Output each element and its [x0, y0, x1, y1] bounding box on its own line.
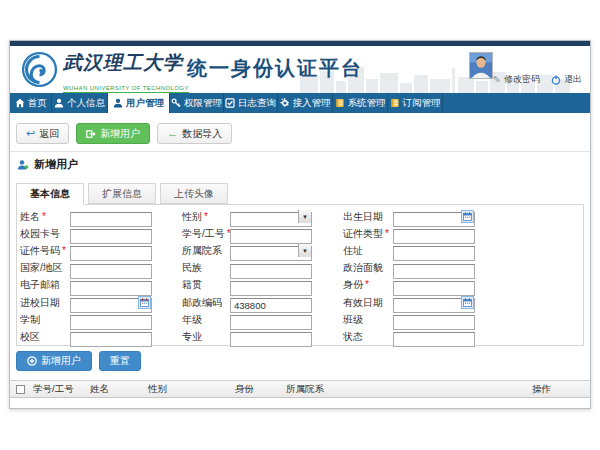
tab-basic-info[interactable]: 基本信息	[16, 183, 84, 205]
add-user-toolbar-button[interactable]: 新增用户	[76, 123, 150, 144]
import-arrow-icon: ←	[167, 128, 178, 139]
university-name-block: 武汉理工大学 WUHAN UNIVERSITY OF TECHNOLOGY	[63, 50, 189, 93]
required-asterisk: *	[385, 228, 389, 239]
country-label: 国家/地区	[20, 261, 70, 275]
political-status-field	[393, 261, 475, 276]
user-avatar[interactable]	[469, 52, 493, 79]
data-import-button[interactable]: ← 数据导入	[157, 123, 232, 144]
pencil-icon: ✎	[493, 74, 501, 85]
reset-label: 重置	[110, 354, 130, 368]
table-header-row: 学号/工号姓名性别身份所属院系操作	[10, 380, 590, 398]
email-field	[70, 278, 152, 293]
political-status-label: 政治面貌	[343, 261, 393, 275]
address-input[interactable]	[393, 246, 475, 261]
nav-tab-home[interactable]: 首页	[10, 93, 52, 113]
email-label: 电子邮箱	[20, 278, 70, 292]
political-status-input[interactable]	[393, 264, 475, 279]
dropdown-arrow-icon[interactable]: ▼	[298, 210, 311, 223]
student-id-input[interactable]	[230, 229, 312, 244]
required-asterisk: *	[42, 211, 46, 222]
add-user-toolbar-label: 新增用户	[100, 127, 140, 141]
user-icon	[54, 98, 64, 108]
postal-code-label: 邮政编码	[182, 296, 230, 310]
toolbar-divider	[10, 151, 590, 152]
select-all-checkbox[interactable]	[16, 385, 25, 394]
nav-tab-subscription-mgmt[interactable]: 订阅管理	[388, 93, 443, 113]
main-nav: 首页个人信息用户管理权限管理日志查询接入管理系统管理订阅管理	[10, 93, 590, 113]
table-column-header: 学号/工号	[31, 383, 88, 396]
name-label: 姓名*	[20, 210, 70, 224]
nav-tab-system-mgmt[interactable]: 系统管理	[333, 93, 388, 113]
submit-add-user-button[interactable]: 新增用户	[16, 351, 92, 371]
grade-input[interactable]	[230, 315, 312, 330]
ethnicity-input[interactable]	[230, 264, 312, 279]
back-label: 返回	[39, 127, 59, 141]
users-icon	[113, 98, 123, 108]
calendar-icon[interactable]	[461, 210, 474, 223]
campus-label: 校区	[20, 330, 70, 344]
form-tabs: 基本信息扩展信息上传头像	[16, 183, 232, 205]
class-input[interactable]	[393, 315, 475, 330]
nav-tab-label: 首页	[28, 97, 47, 110]
status-input[interactable]	[393, 332, 475, 347]
table-column-header: 身份	[233, 383, 284, 396]
country-input[interactable]	[70, 264, 152, 279]
university-name-en: WUHAN UNIVERSITY OF TECHNOLOGY	[63, 85, 189, 93]
class-field	[393, 312, 475, 327]
calendar-icon[interactable]	[138, 296, 151, 309]
nav-tab-permission-mgmt[interactable]: 权限管理	[170, 93, 224, 113]
nav-tab-label: 日志查询	[238, 97, 276, 110]
birth-date-label: 出生日期	[343, 210, 393, 224]
form-actions: 新增用户 重置	[16, 351, 141, 371]
id-number-field	[70, 243, 152, 258]
data-import-label: 数据导入	[182, 127, 222, 141]
email-input[interactable]	[70, 281, 152, 296]
add-user-icon	[17, 159, 29, 171]
tab-upload-photo[interactable]: 上传头像	[160, 183, 228, 204]
id-number-input[interactable]	[70, 246, 152, 261]
toolbar: ↩ 返回 新增用户 ← 数据导入	[16, 123, 232, 144]
nav-tab-label: 个人信息	[67, 97, 105, 110]
log-icon	[225, 98, 235, 108]
student-id-label: 学号/工号*	[182, 227, 230, 241]
valid-date-label: 有效日期	[343, 296, 393, 310]
nav-tab-user-mgmt[interactable]: 用户管理	[108, 93, 170, 113]
id-type-input[interactable]	[393, 229, 475, 244]
identity-label: 身份*	[343, 278, 393, 292]
dropdown-arrow-icon[interactable]: ▼	[298, 244, 311, 257]
back-button[interactable]: ↩ 返回	[16, 123, 69, 144]
address-label: 住址	[343, 244, 393, 258]
table-column-header: 姓名	[88, 383, 146, 396]
class-label: 班级	[343, 313, 393, 327]
nav-tab-log-query[interactable]: 日志查询	[224, 93, 278, 113]
form-grid: 姓名*性别*▼出生日期校园卡号学号/工号*证件类型*证件号码*所属院系▼住址国家…	[20, 208, 475, 346]
schooling-length-input[interactable]	[70, 315, 152, 330]
campus-card-field	[70, 226, 152, 241]
postal-code-input[interactable]	[230, 298, 312, 313]
identity-input[interactable]	[393, 281, 475, 296]
student-id-field	[230, 226, 312, 241]
valid-date-date-field	[393, 295, 475, 310]
campus-card-input[interactable]	[70, 229, 152, 244]
calendar-icon[interactable]	[461, 296, 474, 309]
ethnicity-field	[230, 261, 312, 276]
change-password-link[interactable]: ✎ 修改密码	[493, 73, 540, 86]
nav-tab-access-mgmt[interactable]: 接入管理	[278, 93, 333, 113]
table-empty-body	[10, 398, 590, 407]
native-place-input[interactable]	[230, 281, 312, 296]
major-input[interactable]	[230, 332, 312, 347]
name-input[interactable]	[70, 212, 152, 227]
major-field	[230, 329, 312, 344]
identity-field	[393, 278, 475, 293]
campus-card-label: 校园卡号	[20, 227, 70, 241]
nav-tab-profile[interactable]: 个人信息	[52, 93, 108, 113]
campus-field	[70, 329, 152, 344]
university-name-cn: 武汉理工大学	[63, 50, 189, 76]
tab-extended-info[interactable]: 扩展信息	[88, 183, 156, 204]
reset-button[interactable]: 重置	[99, 351, 141, 371]
app-window: 武汉理工大学 WUHAN UNIVERSITY OF TECHNOLOGY 统一…	[9, 40, 591, 409]
ethnicity-label: 民族	[182, 261, 230, 275]
grade-field	[230, 312, 312, 327]
campus-input[interactable]	[70, 332, 152, 347]
logout-link[interactable]: 退出	[551, 73, 582, 86]
